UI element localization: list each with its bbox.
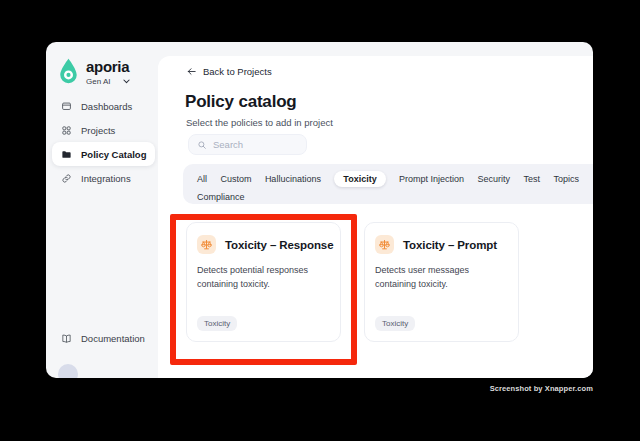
- app-window: aporia Gen AI Dashboards: [46, 42, 593, 378]
- tab-security[interactable]: Security: [478, 171, 511, 187]
- tab-test[interactable]: Test: [523, 171, 540, 187]
- filter-tabs-row-2: Compliance: [197, 188, 579, 205]
- brand-name: aporia: [86, 58, 131, 75]
- card-icon-badge: [197, 235, 216, 254]
- tab-hallucinations[interactable]: Hallucinations: [265, 171, 321, 187]
- sidebar: aporia Gen AI Dashboards: [46, 42, 158, 378]
- card-header: Toxicity – Prompt: [375, 235, 508, 254]
- sidebar-item-dashboards[interactable]: Dashboards: [52, 94, 155, 118]
- droplet-icon: [58, 58, 79, 84]
- brand-block[interactable]: aporia Gen AI: [58, 58, 131, 86]
- arrow-left-icon: [186, 66, 197, 77]
- scales-icon: [200, 238, 213, 251]
- tab-topics[interactable]: Topics: [553, 171, 579, 187]
- page-subtitle: Select the policies to add in project: [186, 117, 333, 128]
- card-header: Toxicity – Response: [197, 235, 330, 254]
- sidebar-footer: Documentation: [52, 326, 155, 350]
- avatar[interactable]: [58, 364, 78, 378]
- scales-icon: [378, 238, 391, 251]
- brand-text-block: aporia Gen AI: [86, 58, 131, 86]
- filter-tabs-row-1: All Custom Hallucinations Toxicity Promp…: [197, 170, 579, 187]
- back-link-label: Back to Projects: [203, 66, 272, 77]
- sidebar-nav: Dashboards Projects Policy Catalog: [52, 94, 155, 190]
- sidebar-item-documentation[interactable]: Documentation: [52, 326, 155, 350]
- sidebar-item-projects[interactable]: Projects: [52, 118, 155, 142]
- card-tag: Toxicity: [197, 316, 237, 331]
- search-field[interactable]: [188, 134, 307, 155]
- screenshot-canvas: aporia Gen AI Dashboards: [0, 0, 640, 441]
- sidebar-item-policy-catalog[interactable]: Policy Catalog: [52, 142, 155, 166]
- sidebar-item-label: Policy Catalog: [81, 149, 146, 160]
- back-to-projects-link[interactable]: Back to Projects: [186, 66, 272, 77]
- page-title: Policy catalog: [185, 92, 297, 112]
- card-title: Toxicity – Prompt: [403, 239, 497, 251]
- sidebar-item-label: Integrations: [81, 173, 131, 184]
- sidebar-item-label: Dashboards: [81, 101, 132, 112]
- search-icon: [197, 140, 207, 150]
- tab-prompt-injection[interactable]: Prompt Injection: [399, 171, 464, 187]
- book-icon: [61, 333, 72, 344]
- grid-icon: [61, 125, 72, 136]
- policy-card-grid: Toxicity – Response Detects potential re…: [186, 222, 519, 342]
- card-description: Detects potential responses containing t…: [197, 263, 332, 291]
- tab-compliance[interactable]: Compliance: [197, 189, 245, 205]
- folder-icon: [61, 149, 72, 160]
- workspace-switcher[interactable]: Gen AI: [86, 77, 131, 86]
- sidebar-item-label: Projects: [81, 125, 115, 136]
- tab-all[interactable]: All: [197, 171, 207, 187]
- link-icon: [61, 173, 72, 184]
- tab-toxicity[interactable]: Toxicity: [334, 171, 385, 187]
- tab-custom[interactable]: Custom: [220, 171, 251, 187]
- main-content: Back to Projects Policy catalog Select t…: [158, 56, 593, 378]
- card-title: Toxicity – Response: [225, 239, 333, 251]
- workspace-name: Gen AI: [86, 77, 110, 86]
- search-input[interactable]: [213, 139, 298, 150]
- policy-card-toxicity-prompt[interactable]: Toxicity – Prompt Detects user messages …: [364, 222, 519, 342]
- card-tag: Toxicity: [375, 316, 415, 331]
- dashboard-icon: [61, 101, 72, 112]
- filter-tabs: All Custom Hallucinations Toxicity Promp…: [183, 164, 593, 204]
- card-description: Detects user messages containing toxicit…: [375, 263, 510, 291]
- sidebar-item-label: Documentation: [81, 333, 145, 344]
- chevron-down-icon: [122, 77, 131, 86]
- card-icon-badge: [375, 235, 394, 254]
- watermark-text: Screenshot by Xnapper.com: [490, 384, 593, 393]
- sidebar-item-integrations[interactable]: Integrations: [52, 166, 155, 190]
- policy-card-toxicity-response[interactable]: Toxicity – Response Detects potential re…: [186, 222, 341, 342]
